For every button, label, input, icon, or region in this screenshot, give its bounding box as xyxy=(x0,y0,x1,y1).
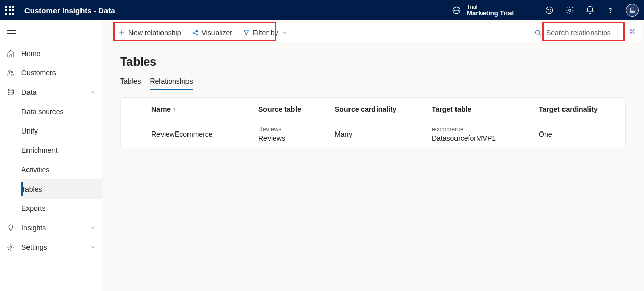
sort-asc-icon: ↑ xyxy=(173,105,176,113)
filter-by-button[interactable]: Filter by xyxy=(237,23,292,42)
gear-icon[interactable] xyxy=(565,5,575,15)
chevron-down-icon xyxy=(281,30,287,36)
help-icon[interactable] xyxy=(605,5,615,15)
bell-icon[interactable] xyxy=(585,5,595,15)
cell-source-cardinality: Many xyxy=(333,130,430,138)
tab-relationships[interactable]: Relationships xyxy=(150,77,193,90)
col-name[interactable]: Name ↑ xyxy=(149,105,256,113)
col-source-table[interactable]: Source table xyxy=(256,105,333,113)
sidebar-item-settings[interactable]: Settings xyxy=(0,237,102,257)
people-icon xyxy=(6,68,15,77)
copilot-icon[interactable] xyxy=(627,27,638,38)
svg-point-10 xyxy=(8,89,14,91)
svg-point-5 xyxy=(569,9,571,12)
svg-rect-7 xyxy=(631,8,634,11)
table-row[interactable]: ReviewEcommerce Reviews Reviews Many eco… xyxy=(121,120,625,148)
svg-point-9 xyxy=(11,71,13,72)
col-target-cardinality[interactable]: Target cardinality xyxy=(536,105,618,113)
sidebar-item-data[interactable]: Data xyxy=(0,83,102,102)
app-title: Customer Insights - Data xyxy=(24,6,115,15)
avatar[interactable] xyxy=(626,4,639,17)
svg-point-11 xyxy=(10,246,12,248)
sidebar-item-label: Exports xyxy=(21,204,45,213)
cell-source-table: Reviews Reviews xyxy=(256,126,333,142)
sidebar-item-tables[interactable]: Tables xyxy=(21,179,102,199)
cell-name: ReviewEcommerce xyxy=(149,130,256,138)
sidebar-item-label: Data sources xyxy=(21,108,63,116)
sidebar-item-exports[interactable]: Exports xyxy=(21,199,102,218)
app-launcher-icon[interactable] xyxy=(5,6,14,15)
svg-point-2 xyxy=(546,7,553,14)
visualizer-button[interactable]: Visualizer xyxy=(186,23,237,42)
sidebar-item-label: Home xyxy=(21,49,40,58)
svg-point-8 xyxy=(8,70,10,72)
share-icon xyxy=(192,29,199,36)
tab-tables[interactable]: Tables xyxy=(120,77,141,90)
search-relationships[interactable] xyxy=(531,25,620,40)
sidebar-toggle-icon[interactable] xyxy=(7,28,16,34)
sidebar-item-enrichment[interactable]: Enrichment xyxy=(21,141,102,160)
nav: Home Customers Data Data sources Unif xyxy=(0,41,102,257)
cmd-label: Visualizer xyxy=(202,29,232,37)
database-icon xyxy=(6,88,15,97)
sidebar-item-label: Insights xyxy=(21,224,46,232)
svg-point-3 xyxy=(548,9,549,10)
lightbulb-icon xyxy=(6,223,15,232)
search-input[interactable] xyxy=(546,29,618,37)
page: Tables Tables Relationships Name ↑ Sourc… xyxy=(102,42,644,162)
sidebar-item-label: Unify xyxy=(21,127,38,135)
new-relationship-button[interactable]: New relationship xyxy=(113,23,186,42)
page-title: Tables xyxy=(120,55,626,69)
gear-icon xyxy=(6,243,15,252)
main: New relationship Visualizer Filter by xyxy=(102,20,644,291)
sidebar: Home Customers Data Data sources Unif xyxy=(0,20,102,291)
sidebar-item-label: Activities xyxy=(21,166,49,174)
search-icon xyxy=(534,29,542,37)
sidebar-item-label: Customers xyxy=(21,69,56,77)
sidebar-item-label: Tables xyxy=(21,185,42,193)
trial-name: Marketing Trial xyxy=(467,10,514,17)
cell-target-cardinality: One xyxy=(536,130,618,138)
table-header: Name ↑ Source table Source cardinality T… xyxy=(121,98,625,120)
sidebar-item-label: Data xyxy=(21,88,37,96)
sidebar-item-label: Enrichment xyxy=(21,146,58,154)
toolbar: New relationship Visualizer Filter by xyxy=(113,23,641,42)
col-target-table[interactable]: Target table xyxy=(430,105,536,113)
svg-point-6 xyxy=(610,12,610,12)
globe-icon xyxy=(451,5,462,15)
sidebar-item-activities[interactable]: Activities xyxy=(21,160,102,179)
chevron-down-icon xyxy=(90,244,96,250)
filter-icon xyxy=(243,29,250,36)
cell-target-table: ecommerce DatasourceforMVP1 xyxy=(430,126,536,142)
sidebar-item-label: Settings xyxy=(21,243,47,251)
relationships-table: Name ↑ Source table Source cardinality T… xyxy=(120,97,626,148)
svg-point-4 xyxy=(550,9,551,10)
svg-point-15 xyxy=(536,30,540,34)
cmd-label: New relationship xyxy=(128,29,181,37)
header-icons xyxy=(544,4,639,17)
sidebar-item-customers[interactable]: Customers xyxy=(0,63,102,83)
sidebar-item-data-sources[interactable]: Data sources xyxy=(21,102,102,121)
plus-icon xyxy=(118,29,125,36)
chevron-up-icon xyxy=(90,89,96,95)
sidebar-sub-data: Data sources Unify Enrichment Activities… xyxy=(0,102,102,218)
sidebar-item-home[interactable]: Home xyxy=(0,44,102,63)
top-header: Customer Insights - Data Trial Marketing… xyxy=(0,0,644,20)
col-source-cardinality[interactable]: Source cardinality xyxy=(333,105,430,113)
sidebar-item-insights[interactable]: Insights xyxy=(0,218,102,237)
chevron-down-icon xyxy=(90,225,96,231)
cmd-label: Filter by xyxy=(253,29,278,37)
trial-block[interactable]: Trial Marketing Trial xyxy=(451,4,514,17)
smiley-icon[interactable] xyxy=(544,5,554,15)
trial-text: Trial Marketing Trial xyxy=(467,4,514,17)
sidebar-item-unify[interactable]: Unify xyxy=(21,121,102,141)
home-icon xyxy=(6,49,15,58)
tabbar: Tables Relationships xyxy=(120,77,626,90)
